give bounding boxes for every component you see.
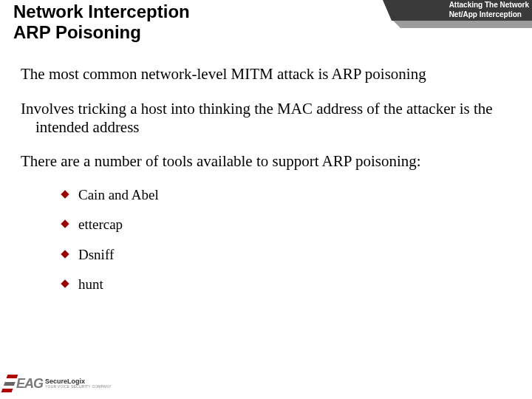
footer-logo: EAG SecureLogix YOUR VOICE SECURITY COMP… (4, 372, 115, 395)
logo-eag-text: EAG (16, 376, 43, 392)
tag-line-2: Net/App Interception (449, 10, 522, 18)
tool-name: hunt (78, 276, 103, 292)
logo-stripes-icon (1, 375, 18, 392)
tool-name: Dsniff (78, 247, 114, 262)
diamond-bullet-icon (61, 190, 69, 198)
list-item: Cain and Abel (62, 187, 513, 203)
tag-bg-light (400, 21, 532, 28)
tool-name: Cain and Abel (78, 187, 159, 202)
slide-body: The most common network-level MITM attac… (0, 44, 532, 293)
section-tag: Attacking The Network Net/App Intercepti… (392, 0, 532, 31)
logo-subtext: SecureLogix YOUR VOICE SECURITY COMPANY (45, 378, 112, 389)
paragraph-1: The most common network-level MITM attac… (21, 65, 513, 83)
tool-name: ettercap (78, 216, 123, 232)
diamond-bullet-icon (61, 250, 69, 258)
section-tag-text: Attacking The Network Net/App Intercepti… (449, 1, 529, 19)
tag-line-1: Attacking The Network (449, 1, 529, 9)
list-item: Dsniff (62, 247, 513, 263)
paragraph-3: There are a number of tools available to… (21, 152, 513, 171)
tool-list: Cain and Abel ettercap Dsniff hunt (62, 187, 513, 293)
slide-header: Network Interception ARP Poisoning Attac… (0, 0, 532, 44)
logo-tagline: YOUR VOICE SECURITY COMPANY (45, 385, 112, 389)
list-item: hunt (62, 276, 513, 293)
list-item: ettercap (62, 216, 513, 233)
paragraph-2: Involves tricking a host into thinking t… (21, 100, 513, 137)
diamond-bullet-icon (61, 220, 69, 228)
diamond-bullet-icon (61, 280, 69, 288)
slide-title: Network Interception ARP Poisoning (13, 1, 190, 42)
